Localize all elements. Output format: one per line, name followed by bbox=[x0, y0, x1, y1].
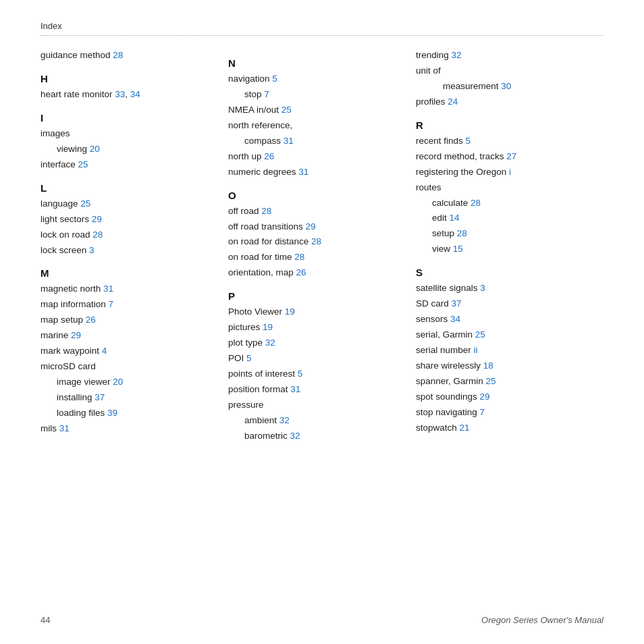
page-link[interactable]: 28 bbox=[92, 230, 103, 240]
page-link[interactable]: ii bbox=[474, 345, 478, 355]
index-entry: loading files 39 bbox=[41, 406, 215, 421]
page-link[interactable]: 33 bbox=[115, 89, 125, 99]
page-link[interactable]: 30 bbox=[501, 81, 511, 91]
page-link[interactable]: 34 bbox=[450, 314, 460, 324]
page-link[interactable]: 5 bbox=[466, 136, 471, 146]
page-link[interactable]: 28 bbox=[294, 252, 304, 262]
index-entry: SD card 37 bbox=[416, 296, 590, 312]
page-link[interactable]: 32 bbox=[279, 415, 290, 425]
page-link[interactable]: 5 bbox=[272, 74, 277, 84]
index-letter-m: M bbox=[41, 267, 215, 279]
index-entry: on road for distance 28 bbox=[228, 234, 402, 250]
index-entry: calculate 28 bbox=[416, 196, 590, 211]
index-entry: pressure bbox=[228, 398, 402, 413]
page-link[interactable]: 3 bbox=[89, 245, 95, 255]
index-entry: magnetic north 31 bbox=[41, 281, 215, 297]
index-entry: image viewer 20 bbox=[41, 375, 215, 390]
page-link[interactable]: 32 bbox=[265, 338, 275, 348]
index-letter-i: I bbox=[41, 112, 215, 124]
index-entry: lock on road 28 bbox=[41, 227, 215, 243]
page-link[interactable]: 5 bbox=[298, 369, 303, 379]
page-link[interactable]: 20 bbox=[90, 144, 100, 154]
page-link[interactable]: 29 bbox=[71, 330, 81, 340]
page-link[interactable]: 25 bbox=[486, 376, 496, 386]
index-entry: serial number ii bbox=[416, 343, 590, 358]
page-link[interactable]: 28 bbox=[457, 228, 467, 238]
page-link[interactable]: 29 bbox=[306, 221, 316, 232]
page-link[interactable]: 37 bbox=[95, 392, 105, 402]
index-entry: map setup 26 bbox=[41, 313, 215, 328]
index-letter-o: O bbox=[228, 190, 402, 201]
content-area: guidance method 28Hheart rate monitor 33… bbox=[41, 48, 603, 444]
page-link[interactable]: 5 bbox=[246, 353, 252, 363]
index-entry: compass 31 bbox=[228, 134, 402, 149]
index-entry: measurement 30 bbox=[416, 79, 590, 95]
index-entry: viewing 20 bbox=[41, 142, 215, 157]
page-link[interactable]: 15 bbox=[453, 244, 463, 254]
column-2: Nnavigation 5stop 7NMEA in/out 25north r… bbox=[228, 48, 416, 444]
index-entry: trending 32 bbox=[416, 48, 590, 63]
page-link[interactable]: 26 bbox=[296, 267, 306, 277]
index-entry: registering the Oregon i bbox=[416, 165, 590, 180]
page-link[interactable]: 28 bbox=[311, 236, 321, 246]
index-entry: setup 28 bbox=[416, 226, 590, 242]
page-link[interactable]: 31 bbox=[59, 423, 70, 433]
page-link[interactable]: 21 bbox=[460, 423, 470, 433]
page-link[interactable]: 26 bbox=[86, 315, 96, 325]
index-entry: off road 28 bbox=[228, 204, 402, 219]
index-entry: routes bbox=[416, 180, 590, 196]
page-link[interactable]: 14 bbox=[450, 213, 460, 223]
page-link[interactable]: 39 bbox=[107, 408, 117, 418]
page-link[interactable]: 27 bbox=[506, 151, 516, 161]
index-entry: installing 37 bbox=[41, 390, 215, 406]
index-entry: barometric 32 bbox=[228, 429, 402, 444]
page-link[interactable]: 31 bbox=[284, 136, 294, 146]
page-link[interactable]: 19 bbox=[285, 306, 295, 317]
header-title: Index bbox=[41, 21, 62, 31]
page-link[interactable]: 25 bbox=[475, 329, 485, 340]
page-link[interactable]: 7 bbox=[480, 407, 485, 417]
index-entry: recent finds 5 bbox=[416, 134, 590, 149]
page-link[interactable]: 28 bbox=[113, 50, 123, 60]
page-link[interactable]: 25 bbox=[281, 105, 292, 115]
index-entry: navigation 5 bbox=[228, 72, 402, 87]
page-link[interactable]: 25 bbox=[80, 198, 90, 209]
page-link[interactable]: 29 bbox=[480, 392, 490, 402]
index-entry: serial, Garmin 25 bbox=[416, 327, 590, 343]
page-link[interactable]: 29 bbox=[92, 214, 102, 224]
page-link[interactable]: 26 bbox=[264, 151, 274, 161]
page-link[interactable]: i bbox=[509, 167, 511, 177]
index-entry: spanner, Garmin 25 bbox=[416, 374, 590, 390]
index-entry: numeric degrees 31 bbox=[228, 165, 402, 180]
page-link[interactable]: 28 bbox=[261, 206, 271, 216]
index-entry: north up 26 bbox=[228, 149, 402, 165]
index-entry: pictures 19 bbox=[228, 320, 402, 336]
index-entry: sensors 34 bbox=[416, 312, 590, 327]
page-link[interactable]: 3 bbox=[480, 283, 485, 293]
index-entry: share wirelessly 18 bbox=[416, 358, 590, 374]
page-link[interactable]: 24 bbox=[448, 97, 458, 107]
page-link[interactable]: 32 bbox=[290, 431, 300, 441]
index-entry: plot type 32 bbox=[228, 336, 402, 351]
page-link[interactable]: 32 bbox=[452, 50, 462, 60]
index-letter-s: S bbox=[416, 267, 590, 278]
page-link[interactable]: 7 bbox=[109, 299, 114, 309]
index-entry: light sectors 29 bbox=[41, 212, 215, 227]
page-link[interactable]: 4 bbox=[102, 346, 107, 356]
page-link[interactable]: 31 bbox=[290, 384, 300, 394]
index-entry: images bbox=[41, 126, 215, 142]
page-link[interactable]: 28 bbox=[471, 198, 481, 208]
page-link[interactable]: 34 bbox=[130, 89, 140, 99]
page-link[interactable]: 31 bbox=[298, 167, 308, 177]
index-entry: mark waypoint 4 bbox=[41, 344, 215, 359]
footer: 44 Oregon Series Owner's Manual bbox=[41, 615, 603, 625]
page-link[interactable]: 7 bbox=[264, 89, 269, 99]
page-link[interactable]: 31 bbox=[103, 284, 113, 294]
index-entry: unit of bbox=[416, 63, 590, 79]
page-link[interactable]: 20 bbox=[113, 377, 123, 387]
page-link[interactable]: 18 bbox=[483, 360, 493, 371]
index-entry: orientation, map 26 bbox=[228, 265, 402, 281]
page-link[interactable]: 19 bbox=[263, 322, 273, 332]
page-link[interactable]: 25 bbox=[78, 159, 88, 169]
page-link[interactable]: 37 bbox=[452, 298, 462, 308]
